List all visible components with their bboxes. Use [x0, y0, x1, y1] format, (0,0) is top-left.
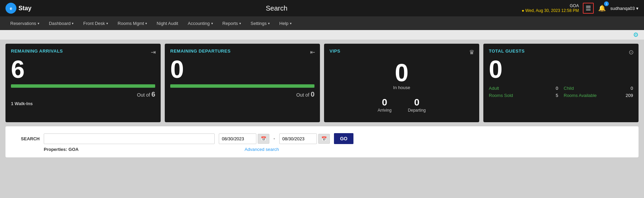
datetime-display: ● Wed, Aug 30, 2023 12:58 PM [522, 8, 579, 13]
arrivals-card-title: REMAINING ARRIVALS [11, 48, 155, 54]
departures-card-title: REMAINING DEPARTURES [170, 48, 314, 54]
nav-bar: Reservations ▾ Dashboard ▾ Front Desk ▾ … [0, 16, 644, 30]
departures-progress-bar [170, 84, 314, 88]
arrivals-progress-fill [11, 84, 155, 88]
nav-reservations[interactable]: Reservations ▾ [5, 16, 44, 30]
username-label: sudhanqa03 [610, 6, 635, 11]
vips-arriving-number: 0 [382, 97, 387, 108]
date-to-group: 📅 [279, 133, 330, 144]
date-to-input[interactable] [279, 133, 317, 144]
total-guests-title: TOTAL GUESTS [489, 48, 633, 54]
vips-main-number: 0 [395, 60, 408, 85]
settings-arrow-icon: ▾ [268, 22, 270, 25]
vips-in-house-label: In house [393, 85, 410, 90]
cards-section: REMAINING ARRIVALS ⇥ 6 Out of 6 1 Walk-I… [0, 40, 644, 126]
search-row: SEARCH 📅 - 📅 GO [19, 133, 625, 144]
top-icons: ☰ 🔔 1 sudhanqa03 ▾ [583, 3, 639, 14]
vips-center: 0 In house 0 Arriving 0 Departing [330, 57, 474, 113]
page-title: Search [31, 4, 522, 12]
arrivals-walk-ins: 1 Walk-Ins [11, 101, 155, 106]
remaining-departures-card: REMAINING DEPARTURES ⇤ 0 Out of 0 [165, 44, 320, 122]
date-from-group: 📅 [219, 133, 269, 144]
reports-arrow-icon: ▾ [239, 22, 241, 25]
child-label: Child [564, 86, 574, 91]
child-value: 0 [631, 86, 633, 91]
rooms-sold-label: Rooms Sold [489, 93, 513, 98]
properties-text: Properties: GOA [44, 147, 79, 152]
advanced-search-link[interactable]: Advanced search [245, 147, 279, 152]
app-name: Stay [18, 5, 31, 12]
adult-row: Adult 0 [489, 86, 558, 91]
total-guests-icon: ⊙ [629, 48, 634, 56]
rooms-sold-row: Rooms Sold 5 [489, 93, 558, 98]
vips-departing-number: 0 [414, 97, 420, 108]
departures-out-of: Out of 0 [170, 90, 314, 98]
datetime-text: Wed, Aug 30, 2023 12:58 PM [525, 8, 579, 13]
vips-card-title: VIPS [330, 48, 474, 54]
arrivals-out-of-value: 6 [151, 90, 155, 98]
top-right-area: GOA ● Wed, Aug 30, 2023 12:58 PM ☰ 🔔 1 s… [522, 3, 639, 14]
arrivals-icon: ⇥ [151, 48, 156, 56]
notification-badge: 1 [604, 1, 609, 6]
search-label: SEARCH [19, 136, 40, 141]
nav-accounting[interactable]: Accounting ▾ [183, 16, 217, 30]
vips-sub-row: 0 Arriving 0 Departing [378, 97, 426, 113]
departures-out-of-value: 0 [311, 90, 314, 98]
date-to-calendar-button[interactable]: 📅 [318, 134, 330, 144]
total-guests-number: 0 [489, 57, 633, 82]
date-separator: - [273, 136, 275, 141]
rooms-mgmt-arrow-icon: ▾ [145, 22, 147, 25]
search-sub-row: Properties: GOA Advanced search [19, 147, 279, 152]
vips-departing-label: Departing [408, 108, 426, 113]
settings-gear-button[interactable]: ⚙ [633, 31, 639, 39]
app-logo: e [5, 3, 16, 14]
rooms-available-value: 209 [626, 93, 633, 98]
location-display: GOA ● Wed, Aug 30, 2023 12:58 PM [522, 3, 579, 13]
reservations-arrow-icon: ▾ [38, 22, 39, 25]
departures-icon: ⇤ [310, 48, 315, 56]
vips-icon: ♛ [469, 48, 474, 56]
top-bar: e Stay Search GOA ● Wed, Aug 30, 2023 12… [0, 0, 644, 16]
arrivals-progress-bar [11, 84, 155, 88]
arrivals-out-of: Out of 6 [11, 90, 155, 98]
gear-row: ⚙ [0, 30, 644, 40]
vips-card: VIPS ♛ 0 In house 0 Arriving 0 Departing [324, 44, 479, 122]
date-from-input[interactable] [219, 133, 256, 144]
adult-value: 0 [556, 86, 558, 91]
front-desk-arrow-icon: ▾ [106, 22, 108, 25]
rooms-sold-value: 5 [556, 93, 558, 98]
list-view-button[interactable]: ☰ [583, 3, 594, 14]
vips-departing: 0 Departing [408, 97, 426, 113]
departures-number: 0 [170, 57, 314, 82]
adult-label: Adult [489, 86, 499, 91]
date-from-calendar-button[interactable]: 📅 [258, 134, 269, 144]
nav-front-desk[interactable]: Front Desk ▾ [78, 16, 113, 30]
total-guests-card: TOTAL GUESTS ⊙ 0 Adult 0 Child 0 Rooms S… [483, 44, 639, 122]
search-input[interactable] [44, 133, 215, 144]
search-section: SEARCH 📅 - 📅 GO Properties: GOA Advanced… [5, 126, 639, 157]
datetime-dot: ● [522, 8, 524, 13]
rooms-available-row: Rooms Available 209 [564, 93, 633, 98]
total-guests-grid: Adult 0 Child 0 Rooms Sold 5 Rooms Avail… [489, 86, 633, 98]
rooms-available-label: Rooms Available [564, 93, 597, 98]
nav-reports[interactable]: Reports ▾ [218, 16, 246, 30]
logo-area: e Stay [5, 3, 31, 14]
departures-progress-fill [170, 84, 314, 88]
remaining-arrivals-card: REMAINING ARRIVALS ⇥ 6 Out of 6 1 Walk-I… [5, 44, 161, 122]
vips-arriving-label: Arriving [378, 108, 392, 113]
accounting-arrow-icon: ▾ [211, 22, 213, 25]
dashboard-arrow-icon: ▾ [72, 22, 73, 25]
properties-value: GOA [68, 147, 79, 152]
nav-night-audit[interactable]: Night Audit [152, 16, 183, 30]
arrivals-number: 6 [11, 57, 155, 82]
vips-arriving: 0 Arriving [378, 97, 392, 113]
user-menu-button[interactable]: sudhanqa03 ▾ [610, 6, 639, 11]
nav-help[interactable]: Help ▾ [274, 16, 296, 30]
child-row: Child 0 [564, 86, 633, 91]
go-button[interactable]: GO [334, 133, 354, 144]
bell-wrapper: 🔔 1 [596, 3, 607, 14]
nav-rooms-mgmt[interactable]: Rooms Mgmt ▾ [113, 16, 152, 30]
user-chevron-icon: ▾ [636, 6, 639, 11]
nav-dashboard[interactable]: Dashboard ▾ [44, 16, 79, 30]
nav-settings[interactable]: Settings ▾ [246, 16, 274, 30]
